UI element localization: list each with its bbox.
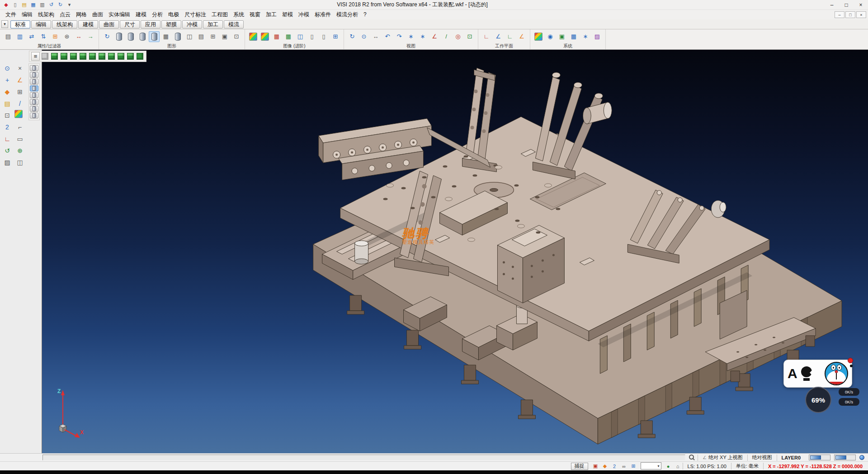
tab[interactable]: 标准 <box>10 20 30 28</box>
mdi-restore-button[interactable]: □ <box>845 11 855 18</box>
next-view-icon[interactable]: ↷ <box>394 31 405 42</box>
ghost-cylinder-icon[interactable] <box>172 31 183 42</box>
material-icon[interactable]: ◫ <box>295 31 306 42</box>
display-mode-2-icon[interactable] <box>30 72 38 78</box>
multi-view-icon[interactable]: ▣ <box>219 31 230 42</box>
display-mode-5-icon[interactable] <box>30 92 38 98</box>
visi-logo-icon[interactable]: ◆ <box>2 1 10 9</box>
zoom-all-icon[interactable]: ∗ <box>406 31 416 42</box>
menu-item[interactable]: ? <box>361 10 369 19</box>
tab[interactable]: 加工 <box>203 20 223 28</box>
viewport[interactable]: 驰骋 塑造模具精英 Z X A <box>42 50 868 453</box>
dim2-tool-icon[interactable]: 2 <box>2 122 13 133</box>
viewcube-right-icon[interactable] <box>70 53 77 60</box>
texture-column-icon[interactable]: ▯ <box>307 31 317 42</box>
rect-tool-icon[interactable]: ▭ <box>14 133 25 144</box>
menu-item[interactable]: 塑模 <box>279 10 296 19</box>
box-tool-icon[interactable]: ⊡ <box>2 110 13 121</box>
display-settings-icon[interactable]: ⊡ <box>231 31 242 42</box>
menu-item[interactable]: 建模 <box>133 10 149 19</box>
pan-icon[interactable]: ↔ <box>370 31 381 42</box>
menu-item[interactable]: 电极 <box>165 10 182 19</box>
ok-indicator-icon[interactable]: ● <box>664 462 673 470</box>
select-tool-icon[interactable]: ⊙ <box>2 63 13 74</box>
mdi-minimize-button[interactable]: – <box>835 11 844 18</box>
tab[interactable]: 曲面 <box>99 20 119 28</box>
menu-item[interactable]: 网格 <box>73 10 90 19</box>
viewcube-back-icon[interactable] <box>89 53 96 60</box>
viewcube-front-icon[interactable] <box>61 53 67 60</box>
hidden-line-icon[interactable] <box>137 31 148 42</box>
grid-display-icon[interactable]: ⊞ <box>208 31 218 42</box>
shaded-cylinder-icon[interactable] <box>113 31 124 42</box>
layers-tool-icon[interactable]: ▤ <box>2 98 13 109</box>
previous-view-icon[interactable]: ↶ <box>382 31 393 42</box>
menu-item[interactable]: 视窗 <box>247 10 263 19</box>
world-icon[interactable]: ◉ <box>545 31 556 42</box>
menu-item[interactable]: 曲面 <box>90 10 106 19</box>
workplane-view-icon[interactable]: ∠ <box>516 31 527 42</box>
tab[interactable]: 编辑 <box>31 20 51 28</box>
sketch-plane-icon[interactable]: / <box>441 31 452 42</box>
shading-toggle-icon[interactable] <box>149 31 160 42</box>
autosave-icon[interactable]: ▣ <box>591 462 600 470</box>
zoom-window-icon[interactable]: ⊙ <box>359 31 369 42</box>
menu-item[interactable]: 模流分析 <box>334 10 361 19</box>
undo-icon[interactable]: ↺ <box>47 1 56 9</box>
mdi-close-button[interactable]: × <box>856 11 866 18</box>
undo-tool-icon[interactable]: ↺ <box>2 145 13 156</box>
menu-item[interactable]: 分析 <box>149 10 165 19</box>
window-system-icon[interactable]: ▣ <box>557 31 567 42</box>
gears-icon[interactable]: ⊛ <box>61 31 72 42</box>
menu-item[interactable]: 线架构 <box>35 10 57 19</box>
display-mode-7-icon[interactable] <box>30 106 38 112</box>
menu-item[interactable]: 文件 <box>3 10 19 19</box>
dynamic-rotate-icon[interactable]: ↻ <box>347 31 358 42</box>
move-icon[interactable]: ↔ <box>73 31 84 42</box>
viewcube-iso-icon[interactable] <box>108 53 115 60</box>
menu-item[interactable]: 标准件 <box>312 10 334 19</box>
viewcube-iso2-icon[interactable] <box>118 53 124 60</box>
transfer-filter-icon[interactable]: ⇅ <box>38 31 49 42</box>
grid-tool-icon[interactable]: ⊞ <box>14 86 25 97</box>
viewcube-solid-icon[interactable] <box>137 53 143 60</box>
redo-icon[interactable]: ↻ <box>56 1 65 9</box>
refresh-system-icon[interactable]: ∗ <box>580 31 591 42</box>
grid-snap-icon[interactable]: ⊞ <box>629 462 638 470</box>
mascot-widget-card[interactable]: A <box>783 360 852 388</box>
viewcube-left-icon[interactable] <box>80 53 86 60</box>
display-mode-3-icon[interactable] <box>30 79 38 85</box>
menu-item[interactable]: 点云 <box>57 10 73 19</box>
menu-item[interactable]: 加工 <box>263 10 279 19</box>
tab[interactable]: 模流 <box>224 20 244 28</box>
close-button[interactable]: × <box>854 0 868 9</box>
corner-tool-icon[interactable]: ⌐ <box>14 122 25 133</box>
palette-tool-icon[interactable]: ▣ <box>14 110 23 118</box>
system-tiles-icon[interactable]: ▦ <box>534 33 542 41</box>
maximize-button[interactable]: □ <box>839 0 854 9</box>
snap-dropdown[interactable]: ▾ <box>641 462 661 469</box>
taskbar-strip[interactable] <box>0 470 868 474</box>
sketch-tool-icon[interactable]: / <box>14 98 25 109</box>
render-stop-icon[interactable]: ▦ <box>271 31 282 42</box>
workplane-new-icon[interactable]: ∟ <box>481 31 492 42</box>
tab[interactable]: 塑膜 <box>161 20 181 28</box>
viewcube-bottom-icon[interactable] <box>99 53 105 60</box>
regen-icon[interactable]: ↻ <box>102 31 113 42</box>
texture-column2-icon[interactable]: ▯ <box>318 31 329 42</box>
search-icon[interactable] <box>689 455 695 460</box>
menu-item[interactable]: 冲模 <box>296 10 312 19</box>
viewcube-iso3-icon[interactable] <box>127 53 134 60</box>
tab-overflow-button[interactable]: ▼ <box>1 20 8 28</box>
hatch-tool-icon[interactable]: ▨ <box>2 157 13 168</box>
zoom-extents-icon[interactable]: ∗ <box>417 31 428 42</box>
attach-icon[interactable]: ⊞ <box>50 31 61 42</box>
open-file-icon[interactable]: ▤ <box>20 1 28 9</box>
tab[interactable]: 尺寸 <box>120 20 140 28</box>
render-image-icon[interactable]: ▦ <box>249 33 257 41</box>
properties-icon[interactable]: ▤ <box>3 31 14 42</box>
tab[interactable]: 建模 <box>78 20 98 28</box>
wireframe-box-icon[interactable]: ▦ <box>160 31 171 42</box>
image-settings-icon[interactable]: ⊞ <box>330 31 341 42</box>
snap-toggle[interactable]: 捕捉 <box>571 463 588 470</box>
